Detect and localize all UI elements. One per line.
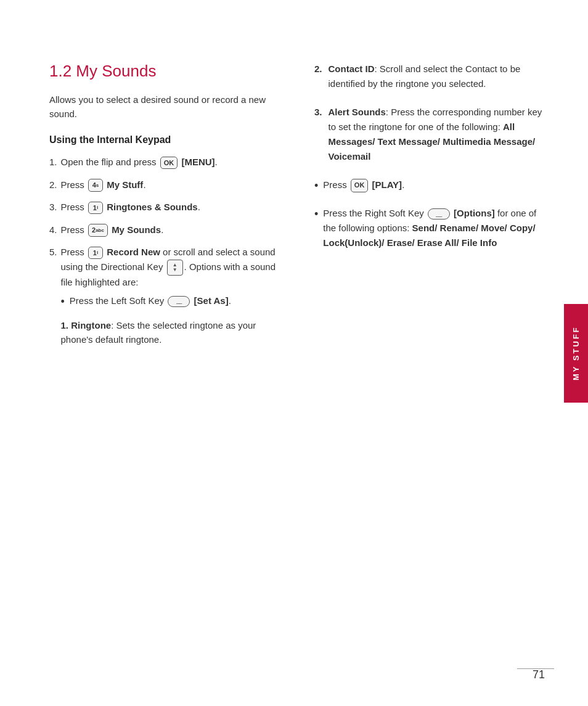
- menu-label: [MENU]: [181, 157, 214, 167]
- set-as-content: Press the Left Soft Key ⎯⎯ [Set As].: [70, 294, 290, 308]
- step-list: 1. Open the flip and press OK [MENU]. 2.…: [49, 155, 290, 355]
- step-3-content: Press 1i Ringtones & Sounds.: [61, 200, 290, 215]
- play-content: Press OK [PLAY].: [323, 178, 404, 192]
- bullet-options: • Press the Right Soft Key ⎯⎯ [Options] …: [314, 206, 551, 250]
- step-2: 2. Press 4s My Stuff.: [49, 178, 290, 192]
- step-4: 4. Press 2abc My Sounds.: [49, 223, 290, 237]
- key-2-icon: 2abc: [88, 224, 108, 237]
- options-content: Press the Right Soft Key ⎯⎯ [Options] fo…: [323, 206, 551, 250]
- left-column: 1.2 My Sounds Allows you to select a des…: [49, 62, 290, 669]
- alert-sounds-bold: Alert Sounds: [329, 107, 386, 117]
- right-item-2-content: Contact ID: Scroll and select the Contac…: [329, 62, 551, 91]
- alert-sounds-options: All Messages/ Text Message/ Multimedia M…: [329, 121, 536, 162]
- directional-key-icon: [167, 260, 183, 276]
- ok-play-icon: OK: [351, 179, 369, 192]
- right-col-item-2: 2. Contact ID: Scroll and select the Con…: [314, 62, 551, 91]
- options-list: Send/ Rename/ Move/ Copy/ Lock(Unlock)/ …: [323, 223, 535, 248]
- section-title: 1.2 My Sounds: [49, 62, 290, 81]
- ringtone-bold: 1. Ringtone: [61, 320, 112, 330]
- right-item-3-content: Alert Sounds: Press the corresponding nu…: [329, 105, 551, 164]
- step-5-content: Press 1i Record New or scroll and select…: [61, 245, 290, 355]
- options-label: [Options]: [454, 208, 495, 218]
- sub-bullet-list: • Press the Left Soft Key ⎯⎯ [Set As].: [61, 294, 290, 310]
- page-number: 71: [533, 668, 545, 681]
- bullet-dot-1: •: [61, 293, 65, 310]
- ringtones-sounds-label: Ringtones & Sounds: [107, 202, 198, 212]
- sidebar: MY STUFF: [560, 0, 588, 706]
- step-2-content: Press 4s My Stuff.: [61, 178, 290, 192]
- key-4-icon: 4s: [88, 179, 103, 192]
- sidebar-label: MY STUFF: [564, 304, 588, 403]
- right-bullet-list: • Press OK [PLAY]. • Press the Right Sof…: [314, 178, 551, 250]
- right-col-item-3: 3. Alert Sounds: Press the corresponding…: [314, 105, 551, 164]
- step-3-number: 3.: [49, 200, 57, 215]
- bullet-dot-play: •: [314, 177, 318, 195]
- contact-id-bold: Contact ID: [329, 64, 375, 74]
- step-1: 1. Open the flip and press OK [MENU].: [49, 155, 290, 170]
- bullet-set-as: • Press the Left Soft Key ⎯⎯ [Set As].: [61, 294, 290, 310]
- sub-item-ringtone: 1. Ringtone: Sets the selected ringtone …: [61, 319, 290, 347]
- subsection-heading: Using the Internal Keypad: [49, 134, 290, 146]
- my-sounds-label: My Sounds: [112, 224, 161, 235]
- main-content: 1.2 My Sounds Allows you to select a des…: [0, 0, 588, 706]
- my-stuff-label: My Stuff: [107, 179, 143, 190]
- step-3: 3. Press 1i Ringtones & Sounds.: [49, 200, 290, 215]
- bullet-play: • Press OK [PLAY].: [314, 178, 551, 195]
- step-1-content: Open the flip and press OK [MENU].: [61, 155, 290, 170]
- right-column: 2. Contact ID: Scroll and select the Con…: [314, 62, 551, 669]
- intro-text: Allows you to select a desired sound or …: [49, 93, 290, 121]
- key-1b-icon: 1i: [88, 247, 103, 260]
- step-4-content: Press 2abc My Sounds.: [61, 223, 290, 237]
- record-new-label: Record New: [107, 247, 160, 257]
- left-soft-key-icon: ⎯⎯: [168, 296, 190, 307]
- step-1-number: 1.: [49, 155, 57, 170]
- key-1a-icon: 1i: [88, 202, 103, 215]
- step-2-number: 2.: [49, 178, 57, 192]
- numbered-sub-list: 1. Ringtone: Sets the selected ringtone …: [61, 319, 290, 347]
- page: 1.2 My Sounds Allows you to select a des…: [0, 0, 588, 706]
- right-item-2-number: 2.: [314, 62, 322, 76]
- set-as-label: [Set As]: [194, 295, 229, 306]
- right-soft-key-icon: ⎯⎯: [428, 208, 450, 220]
- step-5-number: 5.: [49, 245, 57, 260]
- right-item-3-number: 3.: [314, 105, 322, 120]
- bullet-dot-options: •: [314, 205, 318, 223]
- play-label: [PLAY]: [372, 179, 402, 190]
- ok-key-icon: OK: [160, 157, 178, 170]
- step-5: 5. Press 1i Record New or scroll and sel…: [49, 245, 290, 355]
- step-4-number: 4.: [49, 223, 57, 237]
